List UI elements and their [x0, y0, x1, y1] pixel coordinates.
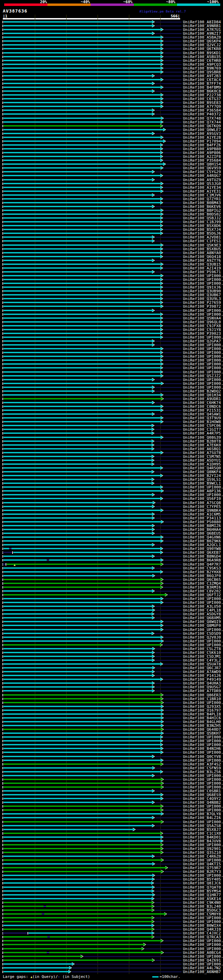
alignment-bar[interactable] — [3, 383, 161, 384]
alignment-bar[interactable] — [3, 313, 160, 315]
alignment-bar[interactable] — [3, 682, 152, 684]
alignment-bar[interactable] — [3, 137, 160, 138]
alignment-bar[interactable] — [3, 144, 160, 146]
hit-label[interactable]: UniRef100_UPI000.. — [183, 370, 223, 374]
alignment-bar[interactable] — [3, 406, 160, 407]
hit-label[interactable]: UniRef100_UPI000.. — [183, 943, 223, 947]
hit-label[interactable]: UniRef100_Q5AZS8 — [183, 824, 221, 828]
alignment-bar[interactable] — [3, 394, 160, 396]
alignment-bar[interactable] — [3, 275, 160, 276]
alignment-bar[interactable] — [3, 775, 152, 776]
alignment-bar[interactable] — [3, 567, 152, 569]
alignment-bar[interactable] — [3, 633, 152, 634]
alignment-bar[interactable] — [3, 925, 152, 926]
alignment-bar[interactable] — [3, 118, 161, 119]
alignment-bar[interactable] — [3, 140, 163, 142]
alignment-bar[interactable] — [3, 679, 160, 680]
hit-label[interactable]: UniRef100_Q6TKR0 — [183, 47, 221, 51]
alignment-bar[interactable] — [3, 609, 152, 611]
hit-label[interactable]: UniRef100_UPI000.. — [183, 382, 223, 385]
alignment-bar[interactable] — [3, 802, 152, 803]
alignment-bar[interactable] — [3, 871, 161, 872]
alignment-bar[interactable] — [3, 121, 160, 123]
alignment-bar[interactable] — [6, 563, 160, 565]
alignment-bar[interactable] — [3, 760, 160, 761]
alignment-bar[interactable] — [3, 706, 161, 707]
alignment-bar[interactable] — [3, 514, 152, 515]
alignment-bar[interactable] — [3, 744, 160, 745]
alignment-bar[interactable] — [3, 409, 160, 411]
alignment-bar[interactable] — [3, 267, 160, 269]
hit-label[interactable]: UniRef100_Q7QAT0 — [183, 885, 221, 889]
alignment-bar[interactable] — [3, 952, 161, 953]
hit-label[interactable]: UniRef100_Q2V0J0 — [183, 635, 221, 639]
alignment-bar[interactable] — [13, 552, 160, 553]
alignment-bar[interactable] — [3, 848, 160, 849]
alignment-bar[interactable] — [3, 713, 161, 715]
alignment-bar[interactable] — [3, 748, 160, 749]
hit-label[interactable]: UniRef100_Q8IJC6 — [183, 881, 221, 885]
alignment-bar[interactable] — [3, 337, 160, 338]
alignment-bar[interactable] — [3, 94, 160, 95]
alignment-bar[interactable] — [3, 329, 160, 330]
hit-label[interactable]: UniRef100_C9SKS3 — [183, 566, 221, 570]
alignment-bar[interactable] — [3, 840, 160, 842]
alignment-bar[interactable] — [3, 87, 160, 88]
alignment-bar[interactable] — [3, 356, 160, 357]
alignment-bar[interactable] — [3, 521, 161, 522]
alignment-bar[interactable] — [3, 579, 160, 580]
alignment-bar[interactable] — [3, 344, 152, 345]
alignment-bar[interactable] — [3, 659, 152, 661]
alignment-bar[interactable] — [3, 163, 163, 165]
hit-label[interactable]: UniRef100_A7E6K0 — [183, 443, 221, 447]
alignment-bar[interactable] — [3, 244, 160, 246]
alignment-bar[interactable] — [3, 156, 160, 157]
alignment-bar[interactable] — [3, 790, 152, 792]
alignment-bar[interactable] — [3, 598, 160, 599]
alignment-bar[interactable] — [3, 913, 164, 915]
hit-label[interactable]: UniRef100_A6NHB7 — [183, 970, 221, 974]
alignment-bar[interactable] — [3, 736, 160, 738]
alignment-bar[interactable] — [3, 305, 160, 307]
alignment-bar[interactable] — [3, 502, 152, 503]
alignment-bar[interactable] — [3, 594, 165, 595]
alignment-bar[interactable] — [3, 217, 160, 219]
alignment-bar[interactable] — [3, 310, 152, 311]
alignment-bar[interactable] — [3, 690, 152, 692]
alignment-bar[interactable] — [3, 921, 152, 922]
hit-label[interactable]: UniRef100_Q4Z691 — [183, 958, 221, 962]
alignment-bar[interactable] — [3, 475, 160, 476]
alignment-bar[interactable] — [3, 621, 160, 622]
hit-label[interactable]: UniRef100_Q8MUF0 — [183, 624, 221, 627]
alignment-bar[interactable] — [3, 175, 160, 176]
hit-label[interactable]: UniRef100_Q7X744 — [183, 120, 221, 124]
alignment-bar[interactable] — [3, 852, 160, 853]
alignment-bar[interactable] — [3, 417, 160, 418]
alignment-bar[interactable] — [3, 75, 152, 76]
hit-label[interactable]: UniRef100_UPI000.. — [183, 628, 223, 632]
alignment-bar[interactable] — [3, 148, 160, 150]
alignment-bar[interactable] — [3, 794, 160, 795]
alignment-bar[interactable] — [3, 817, 152, 818]
hit-label[interactable]: UniRef100_UPI000.. — [183, 751, 223, 754]
alignment-bar[interactable] — [3, 433, 152, 434]
hit-label[interactable]: UniRef100_Q56FI0 — [183, 497, 221, 501]
alignment-bar[interactable] — [3, 602, 160, 603]
alignment-bar[interactable] — [3, 33, 152, 34]
alignment-bar[interactable] — [3, 663, 160, 665]
alignment-bar[interactable] — [3, 756, 152, 757]
alignment-bar[interactable] — [3, 548, 160, 549]
alignment-bar[interactable] — [3, 210, 160, 211]
hit-label[interactable]: UniRef100_B6A9R8 — [183, 558, 221, 562]
alignment-bar[interactable] — [3, 179, 152, 180]
hit-label[interactable]: UniRef100_A5BU35 — [183, 55, 221, 59]
alignment-bar[interactable] — [3, 198, 160, 200]
alignment-bar[interactable] — [3, 67, 160, 69]
hit-label[interactable]: UniRef100_B9SKD1 — [183, 51, 221, 55]
alignment-bar[interactable] — [3, 56, 160, 57]
hit-label[interactable]: UniRef100_A8NYA0 — [183, 251, 221, 255]
alignment-bar[interactable] — [3, 159, 160, 161]
alignment-bar[interactable] — [3, 898, 152, 899]
alignment-bar[interactable] — [3, 206, 152, 207]
alignment-bar[interactable] — [3, 125, 160, 127]
